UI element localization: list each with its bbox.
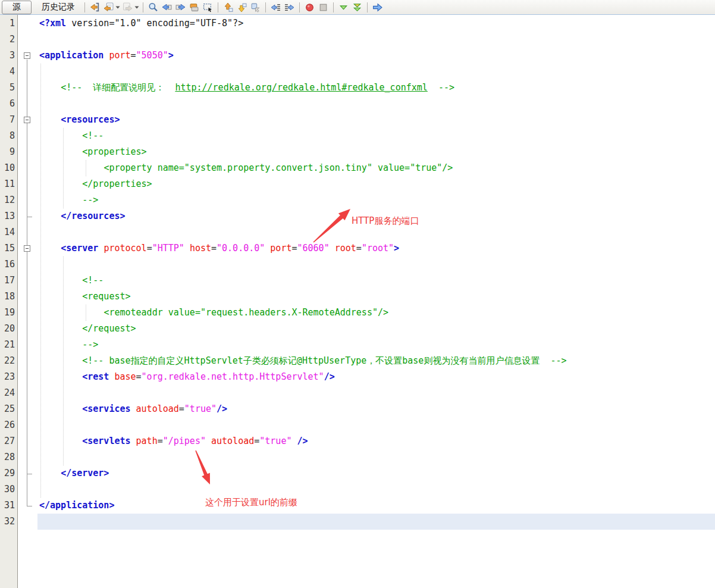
line-number: 7 xyxy=(0,112,15,128)
toolbar-separator xyxy=(299,2,300,12)
code-line[interactable]: <resources> xyxy=(37,112,715,128)
code-token: </resources> xyxy=(61,211,125,221)
code-line[interactable] xyxy=(37,32,715,48)
shift-line-left-icon[interactable] xyxy=(269,1,283,14)
code-token: <properties> xyxy=(82,146,146,157)
code-line[interactable]: <services autoload="true"/> xyxy=(37,401,715,417)
back-icon[interactable] xyxy=(102,1,115,14)
code-token: </request> xyxy=(82,323,136,334)
code-token: port xyxy=(109,50,130,61)
code-line[interactable]: <server protocol="HTTP" host="0.0.0.0" p… xyxy=(37,240,715,257)
dropdown-caret-icon[interactable] xyxy=(115,1,121,14)
line-number: 2 xyxy=(0,32,15,48)
xml-editor[interactable]: 1234567891011121314151617181920212223242… xyxy=(0,15,715,588)
line-number: 16 xyxy=(0,257,15,273)
code-line[interactable]: <!-- xyxy=(37,128,715,144)
code-token: protocol xyxy=(104,243,146,254)
code-line[interactable] xyxy=(37,96,715,112)
code-line[interactable] xyxy=(37,224,715,240)
code-token: base xyxy=(114,371,136,382)
fold-end-tick xyxy=(27,217,32,217)
code-token: "root" xyxy=(362,243,394,254)
code-token: autoload xyxy=(211,436,254,446)
code-line[interactable]: <?xml version="1.0" encoding="UTF-8"?> xyxy=(37,15,715,32)
toolbar-separator xyxy=(265,2,266,12)
code-line[interactable]: <application port="5050"> xyxy=(37,48,715,64)
next-bookmark-icon[interactable] xyxy=(235,1,249,14)
line-number: 28 xyxy=(0,449,15,465)
code-token: = xyxy=(158,436,163,446)
code-line[interactable]: <remoteaddr value="request.headers.X-Rem… xyxy=(37,305,715,321)
fold-toggle-icon[interactable] xyxy=(24,245,30,252)
go-forward-icon[interactable] xyxy=(371,1,384,14)
code-line[interactable]: </properties> xyxy=(37,176,715,192)
line-number-gutter: 1234567891011121314151617181920212223242… xyxy=(0,15,18,588)
code-token: <servlets xyxy=(82,436,130,446)
dropdown-caret-icon[interactable] xyxy=(134,1,140,14)
code-token: <request> xyxy=(82,291,130,302)
annotation-label-http-port: HTTP服务的端口 xyxy=(352,215,419,227)
code-token: path xyxy=(136,436,158,446)
code-token xyxy=(330,243,335,254)
jump-to-last-edit-icon[interactable] xyxy=(88,1,102,14)
fold-toggle-icon[interactable] xyxy=(24,117,30,123)
fold-toggle-icon[interactable] xyxy=(24,52,30,59)
line-number: 19 xyxy=(0,305,15,321)
toggle-highlight-icon[interactable] xyxy=(187,1,201,14)
comment-hyperlink[interactable]: http://redkale.org/redkale.html#redkale_… xyxy=(175,82,427,93)
code-token: "true" xyxy=(184,404,217,414)
shift-line-right-icon[interactable] xyxy=(283,1,296,14)
line-number: 25 xyxy=(0,401,15,417)
code-line[interactable]: <properties> xyxy=(37,144,715,160)
code-line[interactable]: <property name="system.property.convert.… xyxy=(37,160,715,176)
code-line[interactable]: <!-- 详细配置说明见： http://redkale.org/redkale… xyxy=(37,80,715,96)
code-line[interactable]: <servlets path="/pipes" autoload="true" … xyxy=(37,433,715,449)
code-line[interactable] xyxy=(37,481,715,498)
tab-source[interactable]: 源 xyxy=(2,1,32,14)
code-token: = xyxy=(211,243,217,254)
code-line-current[interactable] xyxy=(37,514,715,530)
fold-margin xyxy=(18,15,37,588)
line-number: 27 xyxy=(0,433,15,449)
code-line[interactable] xyxy=(37,449,715,465)
code-token: <rest xyxy=(82,371,109,382)
line-number: 26 xyxy=(0,417,15,433)
line-number: 32 xyxy=(0,514,15,530)
code-token: --> xyxy=(82,339,98,350)
code-token: = xyxy=(291,243,297,254)
code-line[interactable]: </server> xyxy=(37,465,715,481)
code-line[interactable]: <request> xyxy=(37,289,715,305)
find-selection-icon[interactable] xyxy=(146,1,160,14)
find-previous-icon[interactable] xyxy=(160,1,174,14)
code-line[interactable] xyxy=(37,385,715,401)
code-line[interactable]: --> xyxy=(37,192,715,208)
code-token: <?xml xyxy=(39,18,66,29)
down-chevron-icon[interactable] xyxy=(337,1,350,14)
code-line[interactable]: <rest base="org.redkale.net.http.HttpSer… xyxy=(37,369,715,385)
code-line[interactable]: </request> xyxy=(37,321,715,337)
tab-history[interactable]: 历史记录 xyxy=(35,1,81,14)
code-line[interactable]: <!-- xyxy=(37,273,715,289)
code-line[interactable] xyxy=(37,257,715,273)
annotation-label-url-prefix: 这个用于设置url的前缀 xyxy=(205,497,297,508)
line-number: 30 xyxy=(0,481,15,498)
stop-macro-recording-icon[interactable] xyxy=(316,1,330,14)
code-line[interactable]: <!-- base指定的自定义HttpServlet子类必须标记@HttpUse… xyxy=(37,353,715,369)
code-line[interactable] xyxy=(37,64,715,80)
code-token xyxy=(291,436,297,446)
code-token: /> xyxy=(217,404,227,414)
fold-tree-line xyxy=(27,60,27,506)
code-area[interactable]: <?xml version="1.0" encoding="UTF-8"?><a… xyxy=(37,15,715,588)
code-line[interactable]: </application> xyxy=(37,498,715,514)
start-macro-recording-icon[interactable] xyxy=(303,1,316,14)
code-line[interactable] xyxy=(37,417,715,433)
code-line[interactable]: --> xyxy=(37,337,715,353)
previous-bookmark-icon[interactable] xyxy=(221,1,235,14)
toggle-bookmark-icon[interactable] xyxy=(249,1,262,14)
rectangular-selection-icon[interactable] xyxy=(201,1,215,14)
toolbar-separator xyxy=(218,2,218,12)
double-down-chevron-icon[interactable] xyxy=(350,1,364,14)
forward-icon xyxy=(121,1,134,14)
find-next-icon[interactable] xyxy=(174,1,187,14)
line-number: 23 xyxy=(0,369,15,385)
